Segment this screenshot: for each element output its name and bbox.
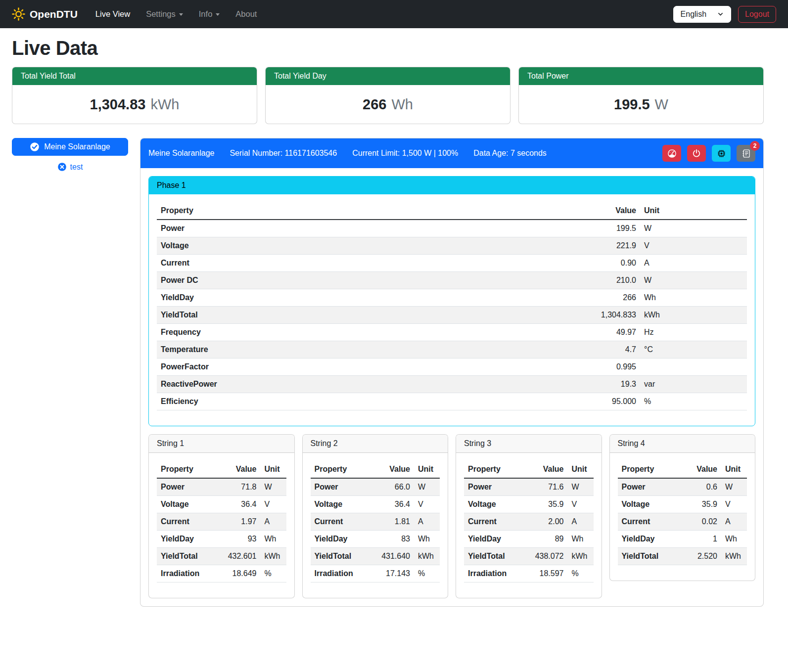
unit-cell: W	[414, 478, 440, 496]
string-table-1: Property Value Unit Power	[157, 461, 286, 582]
unit-cell: A	[721, 513, 747, 531]
nav-item-info[interactable]: Info	[192, 5, 227, 23]
property-cell: Current	[464, 513, 522, 531]
summary-card-value: 199.5	[614, 96, 650, 113]
property-cell: YieldDay	[464, 531, 522, 548]
table-row: YieldDay 83 Wh	[311, 531, 440, 548]
event-log-button[interactable]: 2	[737, 145, 755, 162]
string-table-4: Property Value Unit Power	[618, 461, 747, 565]
summary-card: Total Yield Day 266 Wh	[265, 67, 510, 124]
property-cell: Efficiency	[157, 393, 576, 410]
property-cell: YieldDay	[157, 289, 576, 307]
nav-item-settings[interactable]: Settings	[139, 5, 190, 23]
value-cell: 0.6	[676, 478, 721, 496]
value-cell: 1	[676, 531, 721, 548]
value-cell: 19.3	[576, 376, 640, 393]
property-cell: Irradiation	[157, 565, 215, 582]
property-cell: Power	[618, 478, 676, 496]
unit-cell: V	[640, 237, 747, 255]
inverter-button-selected[interactable]: Meine Solaranlage	[12, 138, 128, 156]
table-row: YieldDay 93 Wh	[157, 531, 286, 548]
table-row: Power 71.6 W	[464, 478, 594, 496]
unit-cell: W	[640, 220, 747, 237]
journal-text-icon	[742, 149, 751, 158]
value-cell: 83	[369, 531, 414, 548]
value-cell: 432.601	[215, 548, 261, 565]
table-row: Power 0.6 W	[618, 478, 747, 496]
summary-card-title: Total Yield Total	[12, 67, 257, 85]
table-row: Power 199.5 W	[157, 220, 747, 237]
table-row: Current 2.00 A	[464, 513, 594, 531]
value-cell: 266	[576, 289, 640, 307]
property-cell: Power	[311, 478, 369, 496]
table-row: ReactivePower 19.3 var	[157, 376, 747, 393]
summary-card-title: Total Power	[519, 67, 763, 85]
property-cell: YieldTotal	[157, 548, 215, 565]
value-cell: 93	[215, 531, 261, 548]
property-cell: Voltage	[618, 496, 676, 513]
unit-cell: W	[640, 272, 747, 289]
power-button[interactable]	[687, 145, 706, 162]
value-cell: 35.9	[522, 496, 568, 513]
inverter-link-label: test	[70, 163, 83, 172]
summary-card-value: 1,304.83	[90, 96, 146, 113]
unit-cell: %	[414, 565, 440, 582]
table-row: YieldDay 266 Wh	[157, 289, 747, 307]
unit-cell: W	[721, 478, 747, 496]
unit-cell: Wh	[414, 531, 440, 548]
phase-card: Phase 1 Property Value Unit	[148, 176, 755, 426]
brand[interactable]: OpenDTU	[12, 7, 78, 21]
inverter-button-label: Meine Solaranlage	[44, 142, 110, 151]
caret-down-icon	[179, 13, 183, 16]
table-row: Voltage 35.9 V	[618, 496, 747, 513]
inverter-data-age: Data Age: 7 seconds	[473, 149, 547, 158]
table-row: YieldTotal 432.601 kWh	[157, 548, 286, 565]
string-card-title: String 3	[456, 435, 602, 453]
column-header-unit: Unit	[721, 461, 747, 478]
table-row: Power 71.8 W	[157, 478, 286, 496]
table-row: YieldTotal 2.520 kWh	[618, 548, 747, 565]
inverter-button-test[interactable]: test	[12, 162, 128, 172]
unit-cell: kWh	[414, 548, 440, 565]
property-cell: YieldDay	[311, 531, 369, 548]
nav-item-about[interactable]: About	[229, 5, 264, 23]
table-row: Efficiency 95.000 %	[157, 393, 747, 410]
table-row: Voltage 35.9 V	[464, 496, 594, 513]
column-header-value: Value	[369, 461, 414, 478]
phase-card-title: Phase 1	[149, 177, 755, 194]
value-cell: 89	[522, 531, 568, 548]
value-cell: 199.5	[576, 220, 640, 237]
language-select[interactable]: English	[673, 6, 731, 23]
table-row: Power 66.0 W	[311, 478, 440, 496]
property-cell: Voltage	[464, 496, 522, 513]
summary-cards: Total Yield Total 1,304.83 kWh Total Yie…	[12, 67, 764, 124]
table-row: Voltage 36.4 V	[157, 496, 286, 513]
string-card-4: String 4 Property Value Unit	[609, 434, 756, 581]
property-cell: Current	[618, 513, 676, 531]
table-row: YieldDay 1 Wh	[618, 531, 747, 548]
unit-cell: V	[261, 496, 286, 513]
property-cell: Current	[311, 513, 369, 531]
summary-card-unit: kWh	[150, 96, 179, 113]
table-row: YieldTotal 438.072 kWh	[464, 548, 594, 565]
property-cell: Irradiation	[464, 565, 522, 582]
unit-cell: Wh	[721, 531, 747, 548]
unit-cell: A	[414, 513, 440, 531]
logout-button[interactable]: Logout	[738, 6, 776, 23]
column-header-unit: Unit	[261, 461, 286, 478]
value-cell: 4.7	[576, 341, 640, 358]
value-cell: 17.143	[369, 565, 414, 582]
table-row: Temperature 4.7 °C	[157, 341, 747, 358]
gauge-icon	[667, 149, 677, 158]
summary-card-unit: Wh	[391, 96, 413, 113]
nav-item-live-view[interactable]: Live View	[89, 5, 137, 23]
property-cell: YieldDay	[618, 531, 676, 548]
limit-settings-button[interactable]	[662, 145, 681, 162]
property-cell: Power	[464, 478, 522, 496]
property-cell: Power	[157, 220, 576, 237]
value-cell: 438.072	[522, 548, 568, 565]
inverter-panel-header: Meine Solaranlage Serial Number: 1161716…	[140, 138, 763, 168]
unit-cell: °C	[640, 341, 747, 358]
table-row: Frequency 49.97 Hz	[157, 324, 747, 341]
device-info-button[interactable]	[712, 145, 731, 162]
